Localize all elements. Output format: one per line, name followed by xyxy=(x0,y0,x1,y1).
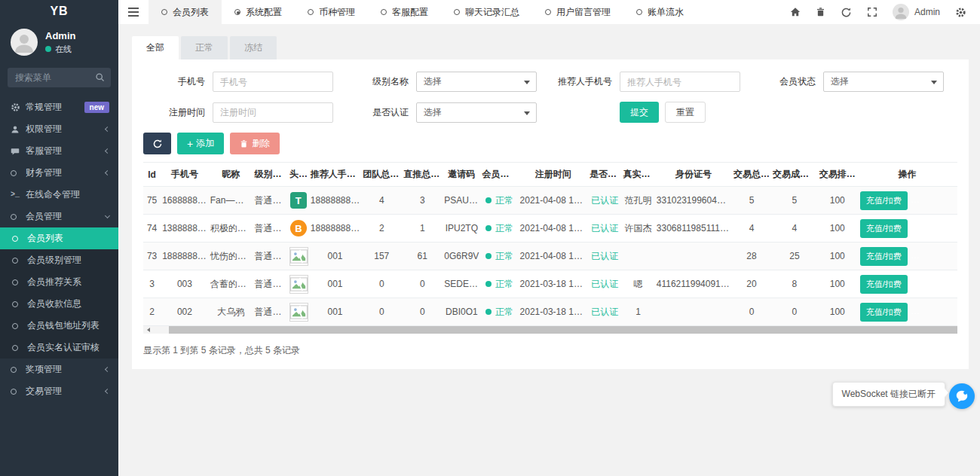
navbar-tab-3[interactable]: 客服配置 xyxy=(368,0,441,24)
column-header-direct[interactable]: 直推总人数 xyxy=(402,163,443,187)
navbar-right: Admin xyxy=(790,4,980,20)
navbar-tab-2[interactable]: 币种管理 xyxy=(295,0,368,24)
sidebar-item-5[interactable]: 会员管理 xyxy=(0,206,118,227)
level-select[interactable]: 选择 xyxy=(416,72,537,92)
column-header-name[interactable]: 真实姓名 xyxy=(621,163,654,187)
sidebar-item-6[interactable]: 奖项管理 xyxy=(0,359,118,380)
cell-id: 73 xyxy=(143,243,161,270)
person-icon xyxy=(11,29,38,56)
column-header-verified[interactable]: 是否认证 xyxy=(588,163,621,187)
cell-sort: 100 xyxy=(818,270,857,298)
cell-verified: 已认证 xyxy=(588,215,621,243)
column-header-phone[interactable]: 手机号 xyxy=(161,163,209,187)
recharge-button[interactable]: 充值/扣费 xyxy=(860,275,908,294)
sidebar-item-1[interactable]: 权限管理 xyxy=(0,118,118,140)
circle-icon xyxy=(12,301,27,307)
cell-idcard: 330681198511184619 xyxy=(655,215,732,243)
column-header-status[interactable]: 会员状态 xyxy=(480,163,518,187)
column-header-sort[interactable]: 交易排序值 xyxy=(818,163,857,187)
cell-avatar xyxy=(288,243,309,270)
column-header-level[interactable]: 级别名称 xyxy=(253,163,288,187)
sidebar-subitem-0[interactable]: 会员列表 xyxy=(0,227,118,249)
sidebar-item-2[interactable]: 客服管理 xyxy=(0,140,118,162)
column-header-id[interactable]: Id xyxy=(143,163,161,187)
column-header-avatar[interactable]: 头像 xyxy=(288,163,309,187)
delete-button[interactable]: 删除 xyxy=(230,133,280,154)
cell-success: 4 xyxy=(771,215,818,243)
sidebar-item-label: 常规管理 xyxy=(26,101,62,114)
recharge-button[interactable]: 充值/扣费 xyxy=(860,219,908,238)
sidebar-subitem-1[interactable]: 会员级别管理 xyxy=(0,249,118,271)
regtime-filter-input[interactable] xyxy=(213,102,333,123)
column-header-team[interactable]: 团队总人数 xyxy=(361,163,402,187)
app-logo: YB xyxy=(0,0,118,23)
navbar-tab-6[interactable]: 账单流水 xyxy=(623,0,697,24)
sidebar-subitem-5[interactable]: 会员实名认证审核 xyxy=(0,337,118,359)
navbar-tab-4[interactable]: 聊天记录汇总 xyxy=(441,0,532,24)
admin-menu[interactable]: Admin xyxy=(893,4,940,20)
navbar-tab-5[interactable]: 用户留言管理 xyxy=(532,0,623,24)
recharge-button[interactable]: 充值/扣费 xyxy=(860,191,908,210)
chat-button[interactable] xyxy=(949,383,975,409)
status-tabs: 全部正常冻结 xyxy=(132,36,969,60)
status-tab-0[interactable]: 全部 xyxy=(132,36,179,60)
cell-sort: 100 xyxy=(818,187,857,215)
scrollbar-thumb[interactable] xyxy=(169,326,957,334)
navbar-tab-1[interactable]: 系统配置 xyxy=(222,0,295,24)
sidebar-subitem-4[interactable]: 会员钱包地址列表 xyxy=(0,315,118,337)
sidebar-item-7[interactable]: 交易管理 xyxy=(0,380,118,402)
submit-button[interactable]: 提交 xyxy=(620,102,659,123)
sidebar-item-3[interactable]: 财务管理 xyxy=(0,162,118,184)
trash-icon[interactable] xyxy=(816,7,825,17)
status-tab-1[interactable]: 正常 xyxy=(181,36,228,60)
cell-nick: 大乌鸦 xyxy=(209,298,253,326)
cell-verified: 已认证 xyxy=(588,243,621,270)
navbar-tab-label: 客服配置 xyxy=(392,6,428,19)
verified-badge: 已认证 xyxy=(591,251,618,261)
broken-image-icon xyxy=(289,275,308,294)
column-header-invite[interactable]: 邀请码 xyxy=(443,163,480,187)
navbar-tab-label: 币种管理 xyxy=(319,6,355,19)
column-header-nick[interactable]: 昵称 xyxy=(209,163,253,187)
cell-nick: 忧伤的朋友 xyxy=(209,243,253,270)
recharge-button[interactable]: 充值/扣费 xyxy=(860,303,908,322)
navbar-tabs: 会员列表系统配置币种管理客服配置聊天记录汇总用户留言管理账单流水 xyxy=(149,0,697,24)
referrer-filter-input[interactable] xyxy=(620,72,740,92)
hamburger-icon[interactable] xyxy=(118,8,149,17)
column-header-reg[interactable]: 注册时间 xyxy=(519,163,589,187)
clear-cache-icon[interactable] xyxy=(841,7,852,18)
navbar-tab-0[interactable]: 会员列表 xyxy=(149,0,222,24)
verified-select[interactable]: 选择 xyxy=(416,102,537,123)
reset-button[interactable]: 重置 xyxy=(665,102,706,123)
scroll-left-arrow-icon[interactable] xyxy=(143,326,154,334)
column-header-success[interactable]: 交易成功数量 xyxy=(771,163,818,187)
sidebar-subitem-3[interactable]: 会员收款信息 xyxy=(0,293,118,315)
status-tab-2[interactable]: 冻结 xyxy=(230,36,277,60)
sidebar-item-4[interactable]: >_在线命令管理 xyxy=(0,184,118,206)
cell-total: 20 xyxy=(732,270,771,298)
column-header-total[interactable]: 交易总数量 xyxy=(732,163,771,187)
fullscreen-icon[interactable] xyxy=(867,7,877,17)
member-status-select[interactable]: 选择 xyxy=(823,72,944,92)
home-icon[interactable] xyxy=(790,7,801,17)
user-avatar[interactable] xyxy=(11,29,38,56)
sidebar-subitem-2[interactable]: 会员推荐关系 xyxy=(0,271,118,293)
referrer-filter-label: 推荐人手机号 xyxy=(550,75,620,88)
column-header-actions[interactable]: 操作 xyxy=(857,163,957,187)
column-header-ref[interactable]: 推荐人手机号 xyxy=(309,163,361,187)
online-dot-icon xyxy=(45,46,51,52)
status-dot-icon xyxy=(485,309,492,315)
settings-icon[interactable] xyxy=(955,7,966,18)
phone-filter-input[interactable] xyxy=(213,72,333,92)
cell-reg: 2021-03-18 18:00:44 xyxy=(519,298,589,326)
refresh-button[interactable] xyxy=(143,133,171,154)
status-badge: 正常 xyxy=(495,307,513,317)
comment-icon xyxy=(11,147,26,156)
sidebar-item-0[interactable]: 常规管理new xyxy=(0,96,118,118)
column-header-idcard[interactable]: 身份证号 xyxy=(655,163,732,187)
cell-reg: 2021-04-08 12:55:58 xyxy=(519,187,589,215)
add-button[interactable]: + 添加 xyxy=(177,133,224,154)
horizontal-scrollbar[interactable] xyxy=(143,326,957,334)
recharge-button[interactable]: 充值/扣费 xyxy=(860,247,908,266)
cell-team: 0 xyxy=(361,298,402,326)
